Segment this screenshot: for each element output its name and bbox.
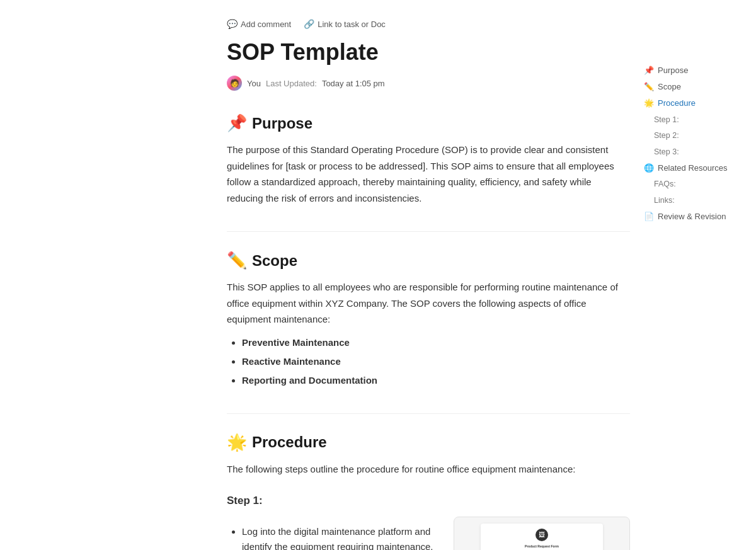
add-comment-button[interactable]: 💬 Add comment xyxy=(227,19,291,29)
section-scope: ✏️ Scope This SOP applies to all employe… xyxy=(227,251,630,388)
toc-procedure-label: Procedure xyxy=(658,98,696,109)
toc-step3[interactable]: Step 3: xyxy=(640,145,743,160)
comment-icon: 💬 xyxy=(227,19,238,29)
toc-scope-icon: ✏️ xyxy=(644,81,654,93)
bullet-preventive: Preventive Maintenance xyxy=(242,335,630,350)
toc-step1[interactable]: Step 1: xyxy=(640,113,743,128)
separator-1 xyxy=(227,231,630,232)
toc-links[interactable]: Links: xyxy=(640,193,743,209)
link-icon: 🔗 xyxy=(304,19,314,29)
avatar: 🧑 xyxy=(227,76,242,91)
toc-procedure-icon: 🌟 xyxy=(644,98,654,109)
bullet-reactive: Reactive Maintenance xyxy=(242,354,630,369)
step-1-bullets: Log into the digital maintenance platfor… xyxy=(242,524,441,550)
procedure-heading: 🌟 Procedure xyxy=(227,433,630,452)
toolbar: 💬 Add comment 🔗 Link to task or Doc xyxy=(227,19,630,29)
toc-faqs-label: FAQs: xyxy=(654,179,676,190)
purpose-heading: 📌 Purpose xyxy=(227,113,630,133)
step-1-title: Step 1: xyxy=(227,492,630,510)
toc-purpose[interactable]: 📌 Purpose xyxy=(640,63,743,78)
scope-body: This SOP applies to all employees who ar… xyxy=(227,279,630,388)
toc-faqs[interactable]: FAQs: xyxy=(640,177,743,192)
step-1-image: 🖼 Product Request Form xyxy=(454,517,630,550)
step-1-text: Log into the digital maintenance platfor… xyxy=(242,524,441,550)
procedure-title: Procedure xyxy=(252,433,327,451)
toc-step2-label: Step 2: xyxy=(654,130,679,142)
toc-scope[interactable]: ✏️ Scope xyxy=(640,79,743,95)
toc-review-label: Review & Revision xyxy=(658,211,726,222)
sidebar-toc: 📌 Purpose ✏️ Scope 🌟 Procedure Step 1: S… xyxy=(630,0,756,238)
toc-step1-label: Step 1: xyxy=(654,115,679,126)
app-container: 💬 Add comment 🔗 Link to task or Doc SOP … xyxy=(0,0,756,550)
add-comment-label: Add comment xyxy=(241,20,291,29)
toc-related-resources[interactable]: 🌐 Related Resources xyxy=(640,161,743,176)
form-preview-inner: 🖼 Product Request Form xyxy=(481,524,603,550)
doc-title: SOP Template xyxy=(227,39,630,66)
scope-title: Scope xyxy=(252,252,297,270)
toc-purpose-label: Purpose xyxy=(658,65,688,76)
purpose-title: Purpose xyxy=(252,115,312,132)
section-procedure: 🌟 Procedure The following steps outline … xyxy=(227,433,630,551)
form-title: Product Request Form xyxy=(486,544,598,549)
purpose-icon: 📌 xyxy=(227,113,247,133)
section-purpose: 📌 Purpose The purpose of this Standard O… xyxy=(227,113,630,206)
link-label: Link to task or Doc xyxy=(318,20,386,29)
author-name: You xyxy=(247,79,261,88)
last-updated-label: Last Updated: xyxy=(266,79,317,88)
step-1-content: Log into the digital maintenance platfor… xyxy=(227,517,630,550)
toc-links-label: Links: xyxy=(654,195,675,207)
toc-step2[interactable]: Step 2: xyxy=(640,129,743,144)
procedure-icon: 🌟 xyxy=(227,433,247,452)
procedure-body: The following steps outline the procedur… xyxy=(227,461,630,551)
toc-scope-label: Scope xyxy=(658,81,681,93)
last-updated-value: Today at 1:05 pm xyxy=(322,79,385,88)
toc-related-icon: 🌐 xyxy=(644,163,654,174)
procedure-intro: The following steps outline the procedur… xyxy=(227,464,575,474)
toc-related-label: Related Resources xyxy=(658,163,728,174)
form-logo: 🖼 xyxy=(536,529,548,541)
doc-meta: 🧑 You Last Updated: Today at 1:05 pm xyxy=(227,76,630,91)
link-button[interactable]: 🔗 Link to task or Doc xyxy=(304,19,386,29)
bullet-reporting: Reporting and Documentation xyxy=(242,373,630,388)
toc-procedure[interactable]: 🌟 Procedure xyxy=(640,96,743,111)
scope-text: This SOP applies to all employees who ar… xyxy=(227,282,618,324)
toc-step3-label: Step 3: xyxy=(654,147,679,158)
main-content: 💬 Add comment 🔗 Link to task or Doc SOP … xyxy=(88,0,668,550)
toc-review[interactable]: 📄 Review & Revision xyxy=(640,209,743,224)
scope-heading: ✏️ Scope xyxy=(227,251,630,270)
scope-bullets: Preventive Maintenance Reactive Maintena… xyxy=(242,335,630,388)
toc-purpose-icon: 📌 xyxy=(644,65,654,76)
separator-2 xyxy=(227,413,630,414)
form-preview: 🖼 Product Request Form xyxy=(454,517,629,550)
scope-icon: ✏️ xyxy=(227,251,247,270)
purpose-body: The purpose of this Standard Operating P… xyxy=(227,142,630,206)
toc-review-icon: 📄 xyxy=(644,211,654,222)
